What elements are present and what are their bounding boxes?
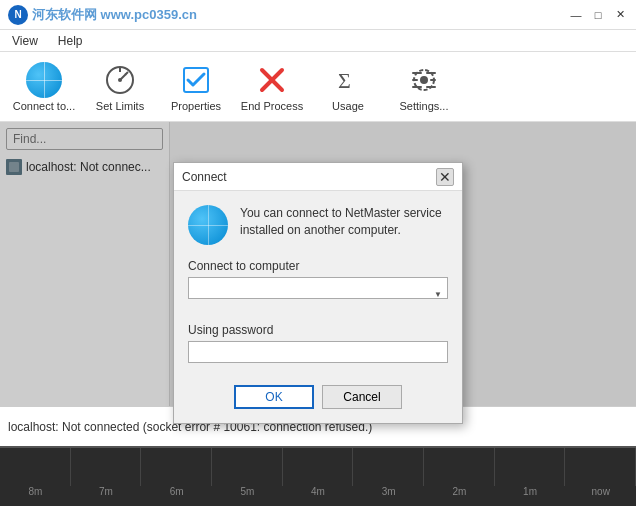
chart-label-4m: 4m — [283, 486, 354, 506]
cancel-button[interactable]: Cancel — [322, 385, 402, 409]
title-bar: N 河东软件网 www.pc0359.cn — □ ✕ — [0, 0, 636, 30]
setlimits-label: Set Limits — [96, 100, 144, 112]
svg-rect-14 — [430, 79, 436, 81]
computer-select[interactable] — [188, 277, 448, 299]
dialog-title-bar: Connect ✕ — [174, 163, 462, 191]
properties-label: Properties — [171, 100, 221, 112]
menu-help[interactable]: Help — [54, 32, 87, 50]
endprocess-icon — [254, 62, 290, 98]
chart-label-now: now — [565, 486, 636, 506]
maximize-button[interactable]: □ — [590, 7, 606, 23]
chart-col-5 — [283, 448, 354, 486]
toolbar-endprocess[interactable]: End Process — [236, 56, 308, 118]
window-controls: — □ ✕ — [568, 7, 628, 23]
connect-icon — [26, 62, 62, 98]
dialog-body: You can connect to NetMaster service ins… — [174, 191, 462, 423]
dialog-buttons: OK Cancel — [188, 385, 448, 409]
toolbar-settings[interactable]: Settings... — [388, 56, 460, 118]
properties-icon — [178, 62, 214, 98]
endprocess-label: End Process — [241, 100, 303, 112]
ok-button[interactable]: OK — [234, 385, 314, 409]
chart-label-1m: 1m — [495, 486, 566, 506]
chart-col-1 — [0, 448, 71, 486]
chart-label-8m: 8m — [0, 486, 71, 506]
dialog-close-button[interactable]: ✕ — [436, 168, 454, 186]
watermark-text: 河东软件网 www.pc0359.cn — [32, 6, 197, 24]
svg-text:Σ: Σ — [338, 68, 351, 93]
svg-rect-16 — [426, 86, 436, 88]
settings-label: Settings... — [400, 100, 449, 112]
dialog-globe-icon — [188, 205, 228, 245]
computer-field-label: Connect to computer — [188, 259, 448, 273]
menu-view[interactable]: View — [8, 32, 42, 50]
computer-select-wrapper — [188, 277, 448, 311]
chart-col-8 — [495, 448, 566, 486]
toolbar-usage[interactable]: Σ Usage — [312, 56, 384, 118]
toolbar-setlimits[interactable]: Set Limits — [84, 56, 156, 118]
chart-label-7m: 7m — [71, 486, 142, 506]
dialog-title: Connect — [182, 170, 227, 184]
toolbar: Connect to... Set Limits Properties — [0, 52, 636, 122]
title-bar-left: N 河东软件网 www.pc0359.cn — [8, 5, 197, 25]
chart-col-2 — [71, 448, 142, 486]
chart-grid — [0, 448, 636, 486]
svg-rect-11 — [412, 72, 422, 74]
minimize-button[interactable]: — — [568, 7, 584, 23]
usage-icon: Σ — [330, 62, 366, 98]
close-button[interactable]: ✕ — [612, 7, 628, 23]
svg-rect-12 — [426, 72, 436, 74]
chart-col-9 — [565, 448, 636, 486]
menu-bar: View Help — [0, 30, 636, 52]
modal-overlay: Connect ✕ You can connect to NetMaster s… — [0, 122, 636, 406]
toolbar-properties[interactable]: Properties — [160, 56, 232, 118]
svg-rect-15 — [412, 86, 422, 88]
chart-col-7 — [424, 448, 495, 486]
password-input[interactable] — [188, 341, 448, 363]
chart-col-3 — [141, 448, 212, 486]
usage-label: Usage — [332, 100, 364, 112]
app-icon: N — [8, 5, 28, 25]
connect-label: Connect to... — [13, 100, 75, 112]
svg-rect-13 — [412, 79, 418, 81]
chart-col-6 — [353, 448, 424, 486]
chart-label-3m: 3m — [353, 486, 424, 506]
chart-area: 8m 7m 6m 5m 4m 3m 2m 1m now — [0, 446, 636, 506]
dialog-top: You can connect to NetMaster service ins… — [188, 205, 448, 245]
dialog-message: You can connect to NetMaster service ins… — [240, 205, 448, 239]
connect-dialog: Connect ✕ You can connect to NetMaster s… — [173, 162, 463, 424]
toolbar-connect[interactable]: Connect to... — [8, 56, 80, 118]
chart-label-5m: 5m — [212, 486, 283, 506]
chart-label-6m: 6m — [141, 486, 212, 506]
svg-line-4 — [120, 74, 126, 80]
svg-point-9 — [420, 76, 428, 84]
settings-icon — [406, 62, 442, 98]
chart-labels: 8m 7m 6m 5m 4m 3m 2m 1m now — [0, 486, 636, 506]
setlimits-icon — [102, 62, 138, 98]
password-field-label: Using password — [188, 323, 448, 337]
main-content: localhost: Not connec... Connect ✕ You c… — [0, 122, 636, 406]
chart-label-2m: 2m — [424, 486, 495, 506]
chart-col-4 — [212, 448, 283, 486]
